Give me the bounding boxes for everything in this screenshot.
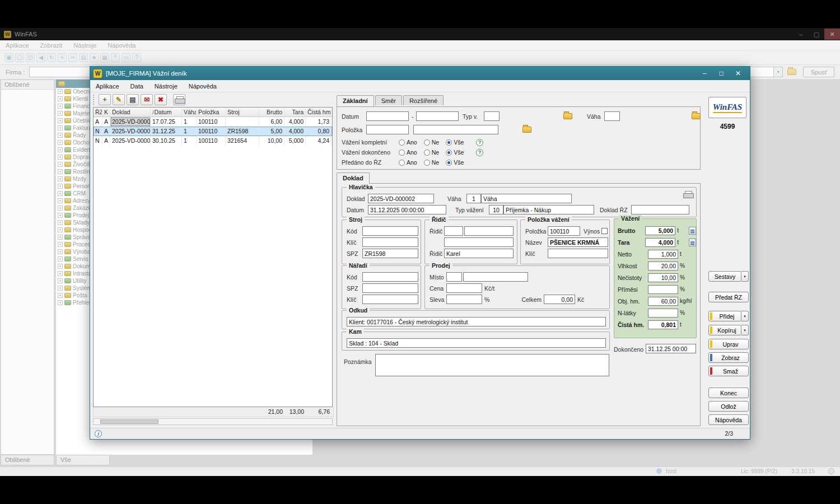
weighing-input[interactable] (645, 238, 675, 247)
filter-polozka-code-input[interactable] (366, 125, 409, 134)
filter-tab[interactable]: Směr (375, 95, 402, 105)
typ-v-lookup-folder-icon[interactable] (563, 113, 572, 119)
ridic2-input[interactable] (444, 249, 514, 258)
weighing-input[interactable] (648, 262, 678, 270)
kam-input[interactable] (347, 338, 606, 348)
zobraz-button[interactable]: Zobraz (708, 352, 749, 363)
filter-date-from-input[interactable] (366, 111, 409, 121)
pridej-button-dropdown[interactable]: ▼ (741, 311, 749, 321)
radio-icon[interactable] (446, 150, 452, 156)
expander-icon[interactable]: + (58, 176, 63, 181)
sestavy-button-dropdown[interactable]: ▼ (741, 271, 749, 282)
grid-icon[interactable]: ▦ (100, 53, 109, 62)
doklad-input[interactable] (368, 194, 434, 203)
nazev-input[interactable] (548, 237, 608, 247)
spust-button[interactable]: Spusť (803, 67, 834, 77)
radio-icon[interactable] (446, 160, 452, 166)
smaz-button[interactable]: Smaž (708, 366, 749, 376)
app-minimize-button[interactable]: – (793, 29, 809, 40)
celkem-input[interactable] (544, 295, 575, 304)
tile-windows-icon[interactable]: ◫ (26, 53, 35, 62)
datum-input[interactable] (368, 205, 446, 214)
window-icon[interactable]: ▭ (122, 53, 130, 62)
expander-icon[interactable]: + (58, 147, 63, 152)
typ-vazeni-code-input[interactable] (489, 205, 503, 214)
expander-icon[interactable]: + (58, 271, 63, 276)
add-icon[interactable]: + (58, 53, 67, 62)
sestavy-button[interactable]: Sestavy (708, 271, 741, 282)
table-edit-icon[interactable]: ▦ (689, 227, 696, 235)
expander-icon[interactable]: + (58, 184, 63, 189)
dialog-menu-item[interactable]: Data (125, 83, 149, 90)
weighing-input[interactable] (648, 297, 678, 306)
expander-icon[interactable]: + (58, 264, 63, 269)
vynos-checkbox[interactable] (601, 228, 608, 234)
napoveda-button[interactable]: Nápověda (708, 414, 749, 425)
radio-option[interactable]: Ne (424, 149, 439, 156)
filter-tab[interactable]: Základní (337, 95, 374, 106)
radio-icon[interactable] (399, 150, 405, 156)
expander-icon[interactable]: + (58, 96, 63, 101)
grid-column-header[interactable]: K (102, 108, 110, 117)
dialog-maximize-button[interactable]: □ (713, 67, 730, 80)
expander-icon[interactable]: + (58, 293, 63, 298)
expander-icon[interactable]: + (58, 104, 63, 109)
typ-vazeni-name-input[interactable] (503, 205, 594, 214)
misto-name-input[interactable] (463, 272, 528, 282)
polozka-code-input[interactable] (548, 226, 580, 236)
filter-polozka-name-input[interactable] (413, 125, 498, 134)
weighing-input[interactable] (648, 320, 678, 329)
delete-record-icon[interactable]: ✖ (155, 94, 167, 105)
radio-icon[interactable] (399, 160, 405, 166)
expander-icon[interactable]: + (58, 227, 63, 232)
filter-vaha-input[interactable] (604, 111, 620, 121)
edit-record-icon[interactable]: ✎ (113, 94, 125, 105)
weighing-input[interactable] (648, 273, 678, 282)
grid-row[interactable]: NA2025-VD-00000:30.10.25110011032165410,… (94, 136, 332, 146)
grid-column-header[interactable]: Brutto (259, 108, 284, 117)
radio-icon[interactable] (424, 160, 430, 166)
new-window-icon[interactable]: ▣ (4, 53, 13, 62)
ridic-line2-input[interactable] (444, 237, 514, 247)
app-menu-item[interactable]: Nástroje (68, 42, 102, 49)
polozka-lookup-folder-icon[interactable] (522, 127, 531, 133)
radio-icon[interactable] (424, 139, 430, 146)
odkud-input[interactable] (347, 317, 606, 326)
weighing-input[interactable] (648, 285, 678, 294)
vaha-code-input[interactable] (466, 194, 481, 203)
grid-column-header[interactable]: Položka (197, 108, 226, 117)
radio-icon[interactable] (399, 139, 405, 146)
predat-rz-button[interactable]: Předat ŘZ (708, 292, 749, 302)
help-icon[interactable]: ? (476, 139, 483, 146)
radio-option[interactable]: Vše (446, 139, 464, 146)
radio-option[interactable]: Ano (399, 139, 417, 146)
copy-record-icon[interactable]: ▤ (127, 94, 139, 105)
sleva-input[interactable] (446, 295, 482, 304)
uprav-button[interactable]: Uprav (708, 339, 749, 349)
filter-date-to-input[interactable] (416, 111, 459, 121)
grid-column-header[interactable]: Váha (182, 108, 197, 117)
radio-option[interactable]: Ne (424, 139, 439, 146)
print-icon[interactable] (173, 94, 185, 105)
konec-button[interactable]: Konec (708, 388, 749, 398)
back-icon[interactable]: ◀ (36, 53, 45, 62)
table-edit-icon[interactable]: ▦ (689, 239, 696, 246)
app-close-button[interactable]: ✕ (824, 29, 840, 40)
pridej-button[interactable]: Přidej (708, 311, 741, 321)
filter-tab[interactable]: Rozšířené (403, 95, 444, 105)
grid-row[interactable]: AA2025-VD-00000:17.07.2511001106,004,000… (94, 117, 332, 127)
send-record-icon[interactable]: ✉ (141, 94, 153, 105)
grid-row[interactable]: NA2025-VD-00000:31.12.251100110ZR15985,0… (94, 127, 332, 136)
expander-icon[interactable]: + (58, 155, 63, 160)
vaha-name-input[interactable] (481, 194, 572, 203)
expander-icon[interactable]: + (58, 242, 63, 247)
naradi-kod-input[interactable] (362, 272, 418, 282)
expander-icon[interactable]: + (58, 133, 63, 138)
bottom-tab-favorites[interactable]: Oblíbené (1, 455, 54, 465)
refresh-icon[interactable]: ↻ (47, 53, 56, 62)
dialog-titlebar[interactable]: W [MOJE_FIRMA] Vážní deník – □ ✕ (90, 67, 750, 80)
expander-icon[interactable]: + (58, 89, 63, 94)
expander-icon[interactable]: + (58, 140, 63, 145)
add-record-icon[interactable]: + (99, 94, 111, 105)
radio-option[interactable]: Vše (446, 159, 464, 166)
